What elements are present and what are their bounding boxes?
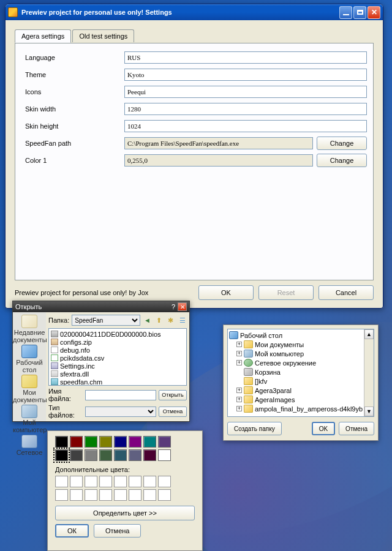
open-title: Открыть — [15, 303, 172, 310]
input-theme[interactable] — [124, 69, 367, 81]
change-color1-button[interactable]: Change — [317, 154, 367, 167]
color-swatch[interactable] — [129, 449, 141, 461]
custom-color-slot[interactable] — [114, 489, 127, 501]
list-item: pcikdsdata.csv — [50, 354, 185, 362]
browse-ok-button[interactable]: OK — [312, 422, 335, 435]
color-swatch[interactable] — [129, 436, 141, 448]
tab-agera-settings[interactable]: Agera settings — [15, 29, 71, 43]
label-skin-width: Skin width — [21, 105, 124, 113]
custom-color-slot[interactable] — [99, 489, 112, 501]
ok-button[interactable]: OK — [198, 285, 254, 300]
expander-icon[interactable]: + — [236, 351, 242, 356]
footer-text: Prewiev project for personal use only! b… — [15, 289, 194, 296]
place-mycomp[interactable]: Мой компьютер — [13, 405, 46, 433]
custom-color-slot[interactable] — [70, 489, 83, 501]
color-swatch[interactable] — [114, 436, 127, 448]
open-titlebar[interactable]: Открыть ? ✕ — [13, 301, 189, 312]
tab-old-test-settings[interactable]: Old test settings — [72, 29, 134, 42]
filename-input[interactable] — [85, 390, 156, 400]
custom-color-slot[interactable] — [70, 476, 83, 487]
color-swatch[interactable] — [70, 449, 83, 461]
color-cancel-button[interactable]: Отмена — [94, 524, 141, 538]
tree-node-desktop[interactable]: Рабочий стол — [240, 332, 282, 339]
help-icon[interactable]: ? — [172, 303, 175, 310]
custom-color-slot[interactable] — [129, 489, 141, 501]
filetype-combo[interactable] — [85, 407, 156, 417]
close-button[interactable]: ✕ — [368, 6, 380, 19]
tree-node[interactable]: Agera3paral — [255, 387, 292, 394]
tree-node[interactable]: []kfv — [255, 378, 267, 385]
color-swatch[interactable] — [114, 449, 127, 461]
cancel-button[interactable]: Cancel — [318, 285, 374, 300]
color-swatch[interactable] — [99, 436, 112, 448]
open-cancel-button[interactable]: Отмена — [159, 407, 187, 417]
color-swatch[interactable] — [143, 449, 156, 461]
browse-cancel-button[interactable]: Отмена — [339, 422, 374, 435]
input-icons[interactable] — [124, 86, 367, 98]
expander-icon[interactable]: + — [236, 342, 242, 347]
filename-label: Имя файла: — [48, 388, 83, 402]
place-network[interactable]: Сетевое — [13, 435, 46, 456]
file-list[interactable]: 02000004211DDE0D000000.bios configs.zip … — [48, 328, 187, 386]
color-dialog: Дополнительные цвета: Определить цвет >>… — [47, 430, 203, 551]
up-icon[interactable]: ⬆ — [154, 316, 164, 325]
custom-color-slot[interactable] — [143, 476, 156, 487]
color-swatch[interactable] — [55, 449, 68, 461]
place-recent[interactable]: Недавние документы — [13, 315, 46, 343]
custom-color-slot[interactable] — [143, 489, 156, 501]
expander-icon[interactable]: + — [236, 360, 242, 365]
tree-node[interactable]: Сетевое окружение — [255, 359, 316, 367]
expander-icon[interactable]: + — [236, 397, 242, 402]
input-skin-width[interactable] — [124, 103, 367, 115]
list-item: Settings.inc — [50, 362, 185, 370]
maximize-button[interactable] — [353, 6, 366, 19]
custom-color-slot[interactable] — [99, 476, 112, 487]
titlebar[interactable]: Prewiev project for personal use only! S… — [6, 4, 383, 20]
custom-color-slot[interactable] — [129, 476, 141, 487]
expander-icon[interactable]: + — [236, 388, 242, 393]
lookin-combo[interactable]: SpeedFan — [72, 315, 140, 326]
scroll-up-icon[interactable]: ▲ — [364, 329, 374, 339]
tree-node[interactable]: Мой компьютер — [255, 350, 304, 358]
folder-tree[interactable]: Рабочий стол +Мои документы +Мой компьют… — [227, 329, 374, 417]
file-icon — [51, 347, 58, 353]
tree-node[interactable]: ampola_final_by_ampeross-d4kl9yb — [255, 405, 363, 413]
color-swatch[interactable] — [158, 436, 171, 448]
input-language[interactable] — [124, 51, 367, 64]
change-speedfan-button[interactable]: Change — [317, 137, 367, 150]
folder-icon — [244, 386, 253, 394]
close-icon[interactable]: ✕ — [178, 302, 187, 311]
minimize-button[interactable] — [339, 6, 352, 19]
input-skin-height[interactable] — [124, 120, 367, 132]
color-swatch[interactable] — [99, 449, 112, 461]
scrollbar[interactable]: ▲ ▼ — [364, 329, 374, 416]
views-icon[interactable]: ☰ — [178, 316, 187, 325]
custom-color-slot[interactable] — [55, 476, 68, 487]
new-folder-button[interactable]: Создать папку — [227, 422, 282, 435]
open-button[interactable]: Открыть — [159, 390, 187, 400]
custom-color-slot[interactable] — [85, 489, 97, 501]
settings-window: Prewiev project for personal use only! S… — [5, 4, 383, 309]
new-folder-icon[interactable]: ✱ — [166, 316, 175, 325]
color-swatch[interactable] — [70, 436, 83, 448]
color-swatch[interactable] — [85, 449, 97, 461]
tree-node[interactable]: Мои документы — [255, 341, 304, 348]
custom-color-slot[interactable] — [158, 476, 171, 487]
custom-color-slot[interactable] — [114, 476, 127, 487]
color-ok-button[interactable]: ОК — [55, 524, 89, 538]
place-desktop[interactable]: Рабочий стол — [13, 345, 46, 373]
back-icon[interactable]: ◄ — [143, 316, 152, 325]
expander-icon[interactable]: + — [236, 406, 242, 411]
custom-color-slot[interactable] — [158, 489, 171, 501]
tree-node[interactable]: Корзина — [255, 369, 281, 376]
tree-node[interactable]: AgeraImages — [255, 396, 295, 403]
place-mydocs[interactable]: Мои документы — [13, 375, 46, 403]
custom-color-slot[interactable] — [85, 476, 97, 487]
color-swatch[interactable] — [55, 436, 68, 448]
define-color-button[interactable]: Определить цвет >> — [55, 506, 195, 520]
color-swatch[interactable] — [85, 436, 97, 448]
custom-color-slot[interactable] — [55, 489, 68, 501]
scroll-down-icon[interactable]: ▼ — [364, 407, 374, 416]
color-swatch[interactable] — [143, 436, 156, 448]
color-swatch[interactable] — [158, 449, 171, 461]
